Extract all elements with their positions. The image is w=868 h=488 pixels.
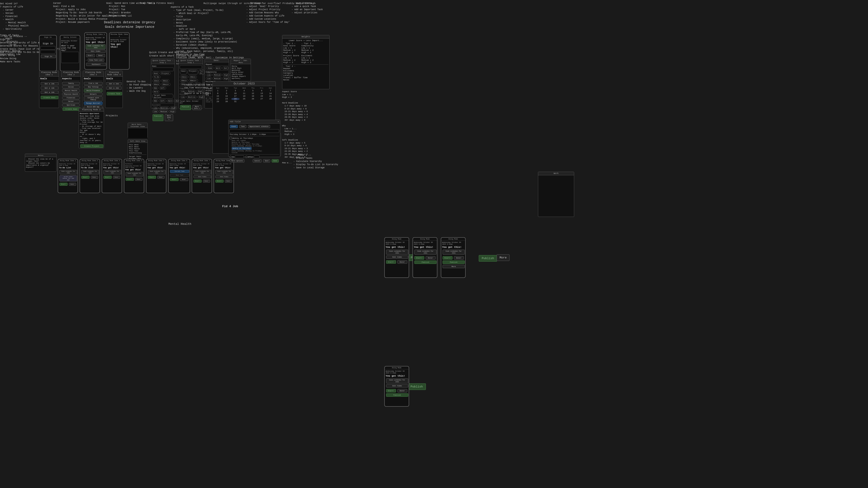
qct1-neutral[interactable]: Neutral	[159, 106, 169, 109]
cal-d11[interactable]: 11	[240, 92, 248, 95]
doing-mode-b1-start[interactable]: Start!	[59, 183, 68, 186]
qct1-target-opts[interactable]: Target Date Options	[152, 94, 174, 99]
goal-find-job[interactable]: Find a Job	[84, 82, 103, 85]
qct2-dur-60p[interactable]: 60min+	[189, 79, 198, 82]
qct2-tag-todo[interactable]: To-Do	[199, 70, 205, 74]
view-task-list-btn[interactable]: View Task List	[88, 59, 104, 62]
cal-d27[interactable]: 27	[257, 98, 266, 100]
doing-mode-b3-cook[interactable]: Cook Linkedin for Jobs	[103, 170, 121, 174]
sign-in-button[interactable]: Sign In	[41, 55, 56, 58]
qct1-low[interactable]: Low	[152, 106, 158, 109]
doing-mode-b5-start[interactable]: Start!	[148, 176, 156, 179]
qct1-dur-60p[interactable]: 60min+	[161, 83, 170, 86]
cal-d9[interactable]: 9	[222, 92, 231, 95]
qct1-hmm2[interactable]: Hmm	[152, 99, 158, 102]
radio-after[interactable]	[245, 156, 248, 158]
more-btn-1[interactable]: More	[497, 254, 509, 261]
repeat-checkbox[interactable]	[229, 137, 232, 139]
doing-mode-b1-cook[interactable]: Cook Linkedin for Jobs	[59, 170, 77, 174]
aspect-social[interactable]: Social	[62, 86, 80, 89]
mid-publish-btn-2[interactable]: Publish	[442, 260, 465, 264]
edit-video-btn[interactable]: Edit Video	[86, 50, 105, 53]
doing-mode-b2-cook[interactable]: Cook Linkedin for Jobs	[81, 170, 99, 174]
modal-save-btn[interactable]: Save	[263, 159, 270, 162]
cal-d28[interactable]: 28	[266, 98, 275, 100]
desc-c2-medium[interactable]: Medium	[213, 77, 222, 80]
qct1-hmm[interactable]: Hmm	[152, 87, 158, 90]
goal-network[interactable]: Network	[84, 93, 103, 96]
qct1-publish-btn[interactable]: Publish	[153, 114, 163, 121]
aspect-mental-health[interactable]: Mental Health	[62, 89, 80, 92]
qct1-tag-goal[interactable]: Goal	[152, 72, 159, 75]
doing-mode-b8-cook[interactable]: Cook Linkedin for Jobs	[215, 170, 233, 174]
doing-mode-b2-done[interactable]: Done!	[91, 176, 98, 179]
goal-connect-family[interactable]: Connect with Family	[84, 96, 103, 101]
start-btn[interactable]: Start!	[86, 54, 95, 57]
repeat-opt-weekly-active[interactable]: Weekly on Thursdays	[232, 147, 252, 150]
modal-tab-event[interactable]: Event	[230, 125, 238, 128]
cal-d25[interactable]: 25	[240, 98, 248, 100]
qct2-exc-high[interactable]: High	[197, 96, 205, 98]
mid-doing-3-start[interactable]: Start!	[442, 256, 453, 260]
repeat-opt4[interactable]: Every weekday (Monday to Friday)	[232, 145, 279, 147]
lower-doing-1-start[interactable]: Start!	[386, 389, 396, 392]
mid-more-btn[interactable]: More	[442, 265, 465, 268]
qct1-tag-todo[interactable]: To-Do	[152, 75, 160, 78]
qct2-exc-neutral[interactable]: Neutral	[186, 96, 197, 98]
qct2-dur-30[interactable]: 30min	[189, 75, 197, 78]
repeat-opt5[interactable]: Every weekday (Monday to Friday)	[232, 150, 279, 152]
desc-c-medium[interactable]: Medium	[213, 73, 222, 76]
qct2-title[interactable]	[180, 65, 202, 69]
sign-in-password[interactable]	[40, 50, 55, 54]
modal-tab-appointment[interactable]: Appointment schedule	[248, 125, 270, 128]
more-options-btn[interactable]: More options	[230, 159, 244, 162]
goal-manage-abstract[interactable]: Manage Abstract	[84, 102, 103, 105]
cook-linkedin-btn[interactable]: Cook Linkedin for Jobs	[86, 44, 105, 49]
goal-get-job-4[interactable]: Get a Job	[106, 82, 122, 86]
cal-d24[interactable]: 24	[231, 98, 240, 100]
doing-mode-b6-start[interactable]: Start!	[170, 178, 179, 181]
create-goal-btn-1[interactable]: Create Goal	[41, 96, 58, 99]
goal-get-job-1[interactable]: Get a Job	[41, 82, 58, 86]
doing-mode-b1-write[interactable]: write cover letter for old way	[59, 175, 77, 182]
qct1-tag-project[interactable]: Project	[160, 72, 170, 75]
on-date-input[interactable]	[235, 156, 244, 158]
desc-c-low[interactable]: Low	[206, 73, 212, 76]
qct1-dur-60[interactable]: 60min	[152, 83, 160, 86]
cal-d18[interactable]: 18	[240, 95, 248, 97]
create-project-btn[interactable]: Create Project	[80, 144, 103, 148]
repeat-opt2[interactable]: Weekly on Thursdays	[232, 141, 279, 143]
mid-doing-1-edit[interactable]: Edit Video	[386, 256, 408, 259]
done-btn[interactable]: Done!	[96, 54, 105, 57]
qct1-soft2[interactable]: Soft	[159, 99, 166, 102]
create-task-btn[interactable]: Create Task	[107, 92, 122, 95]
dashboard-btn[interactable]: Dashboard	[86, 63, 106, 66]
cal-d13[interactable]: 13	[257, 92, 266, 95]
qct1-soft[interactable]: Soft	[159, 87, 166, 90]
desc-c-high[interactable]: High	[222, 73, 229, 76]
lower-doing-1-edit[interactable]: Edit Video	[386, 384, 408, 387]
mid-publish-btn[interactable]: Publish	[414, 260, 436, 264]
qct1-complexity-medium[interactable]: Medium	[159, 110, 168, 113]
cal-d31[interactable]: 31	[231, 101, 240, 103]
cal-d16[interactable]: 16	[222, 95, 231, 97]
mid-doing-3-cook[interactable]: Cook Linkedin for Jobs	[442, 250, 465, 255]
cal-d4[interactable]: 4	[240, 90, 248, 92]
modal-done-btn[interactable]: Done	[272, 159, 279, 162]
cal-d17[interactable]: 17	[231, 95, 240, 97]
publish-btn-2[interactable]: Publish	[479, 255, 497, 262]
doing-mode-b5-cook[interactable]: Cook Linkedin for Jobs	[148, 170, 165, 174]
mid-doing-1-done[interactable]: Done!	[397, 260, 407, 264]
cal-d12[interactable]: 12	[249, 92, 257, 95]
mid-doing-2-start[interactable]: Start!	[414, 256, 424, 260]
after-input[interactable]	[254, 156, 259, 158]
aspect-physical-health[interactable]: Physical Health	[62, 93, 80, 96]
mid-doing-3-done[interactable]: Done!	[454, 256, 464, 260]
qct1-hard[interactable]: Hard	[152, 90, 159, 93]
lower-doing-1-cook[interactable]: Cook Linkedin for Jobs	[386, 379, 408, 383]
qct1-more-info-btn[interactable]: More Info >	[165, 114, 173, 121]
qct1-complexity-high[interactable]: High	[169, 110, 176, 113]
qct1-complexity-low[interactable]: Low	[152, 110, 158, 113]
cal-d19[interactable]: 19	[249, 95, 257, 97]
cal-d2[interactable]: 2	[222, 90, 231, 92]
